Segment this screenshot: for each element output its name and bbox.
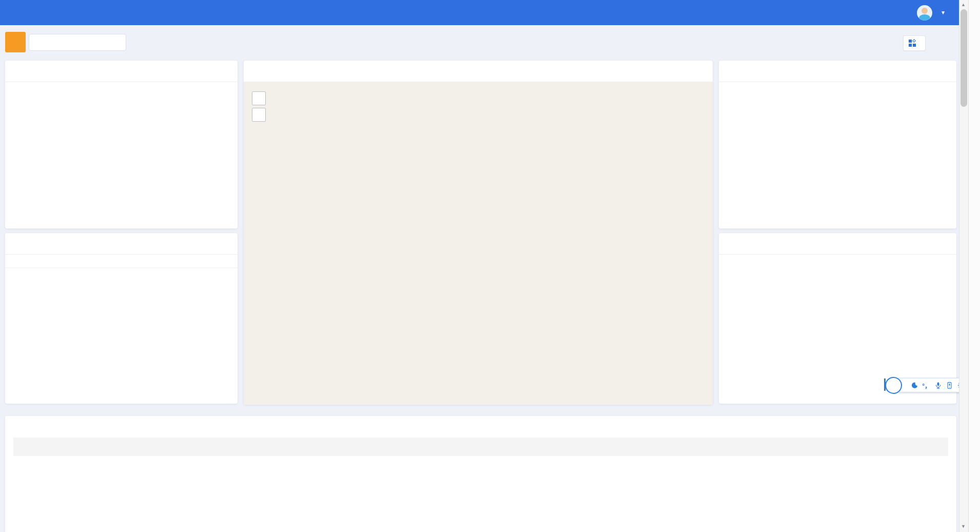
system-menu-button[interactable]	[903, 35, 926, 51]
polluter-table	[5, 268, 238, 270]
dashboard-content	[0, 25, 959, 532]
handwriting-pad-icon[interactable]	[946, 382, 953, 389]
page-scrollbar[interactable]: ▲ ▼	[959, 0, 968, 532]
scrollbar-thumb[interactable]	[961, 9, 967, 107]
map-card	[244, 61, 713, 405]
chevron-down-icon: ▼	[940, 10, 946, 15]
user-avatar	[917, 5, 932, 21]
ifly-input-toolbar: °，	[892, 378, 970, 392]
top-navbar: ▼	[0, 0, 959, 25]
microphone-icon[interactable]	[934, 382, 942, 389]
transmission-card	[5, 61, 238, 229]
punctuation-icon[interactable]: °，	[922, 381, 931, 390]
night-mode-moon-icon[interactable]	[911, 382, 918, 389]
date-picker-input[interactable]	[29, 34, 126, 51]
scroll-up-icon[interactable]: ▲	[961, 2, 966, 7]
realtime-table-header	[13, 438, 948, 456]
scroll-down-icon[interactable]: ▼	[961, 524, 966, 529]
polluter-summary	[5, 255, 238, 268]
gauges	[5, 82, 238, 101]
annotation-tool-rail	[968, 0, 980, 532]
realtime-card	[5, 416, 956, 532]
zoom-in-button[interactable]	[252, 91, 266, 105]
user-menu[interactable]: ▼	[912, 0, 959, 25]
map-canvas[interactable]	[244, 82, 713, 405]
org-tree-button[interactable]	[5, 32, 26, 52]
map-zoom-controls	[252, 91, 266, 124]
grid-icon	[909, 40, 916, 47]
alarm-rank-card	[719, 61, 956, 229]
polluter-rank-card	[5, 233, 238, 404]
zoom-out-button[interactable]	[252, 108, 266, 122]
